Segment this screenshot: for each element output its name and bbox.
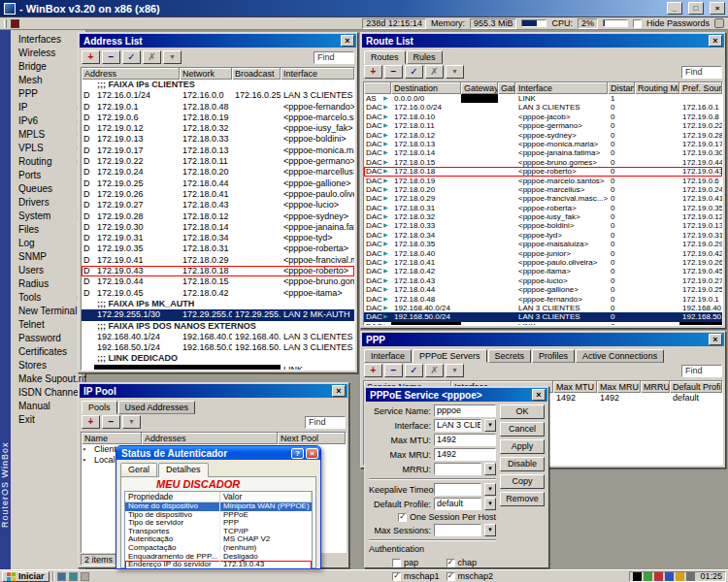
route-row[interactable]: DAC ▶ 172.18.0.32 <pppoe-iusy_fak> 0 172… bbox=[364, 212, 722, 221]
disable-button[interactable]: ✗ bbox=[425, 65, 444, 79]
address-list-titlebar[interactable]: Address List × bbox=[80, 34, 356, 48]
column-header-pref-source[interactable]: Pref. Source bbox=[679, 82, 722, 94]
close-icon[interactable]: × bbox=[709, 35, 722, 47]
auth-checkbox[interactable] bbox=[447, 559, 455, 567]
route-row[interactable]: DAC ▶ 172.18.0.31 <pppoe-roberta> 0 172.… bbox=[364, 204, 722, 212]
find-button[interactable]: Find bbox=[681, 365, 722, 377]
dropdown-arrow-icon[interactable]: ▼ bbox=[484, 463, 496, 475]
address-row[interactable]: D 172.19.0.43 172.18.0.18 <pppoe-roberto… bbox=[82, 266, 354, 276]
toolbar-grip[interactable] bbox=[4, 19, 7, 28]
sidebar-item[interactable]: Manual ▸ bbox=[11, 400, 85, 413]
property-row[interactable]: Compactação (nenhum) bbox=[125, 544, 312, 553]
dialog-button[interactable]: Copy bbox=[500, 474, 545, 489]
address-row[interactable]: LINK bbox=[82, 365, 354, 370]
close-button[interactable]: × bbox=[710, 2, 725, 15]
sidebar-item[interactable]: Files ▸ bbox=[11, 223, 85, 237]
column-header-addresses[interactable]: Addresses bbox=[142, 433, 278, 444]
auth-checkbox[interactable] bbox=[392, 572, 401, 581]
tray-icon[interactable] bbox=[654, 572, 663, 581]
dropdown-arrow-icon[interactable]: ▼ bbox=[484, 419, 496, 432]
route-row[interactable]: DAC ▶ LINK 0 bbox=[364, 322, 722, 325]
column-header-mrru[interactable]: MRRU bbox=[641, 381, 670, 393]
column-header-propriedade[interactable]: Propriedade bbox=[125, 492, 220, 502]
route-row[interactable]: DAC ▶ 172.18.0.41 <pppoe-paulo.oliveira>… bbox=[364, 258, 722, 267]
column-header-broadcast[interactable]: Broadcast bbox=[232, 68, 281, 80]
sidebar-item[interactable]: Drivers ▸ bbox=[11, 196, 85, 210]
route-row[interactable]: DAC ▶ 172.18.0.19 <pppoe-marcelo.santos>… bbox=[364, 177, 722, 185]
column-header-gat[interactable]: Gat... bbox=[498, 82, 515, 94]
filter-icon[interactable]: ▼ bbox=[446, 364, 464, 377]
tab[interactable]: Active Connections bbox=[576, 349, 664, 363]
close-icon[interactable]: × bbox=[341, 35, 354, 47]
route-row[interactable]: DAC ▶ 172.18.0.42 <pppoe-itama> 0 172.19… bbox=[364, 267, 722, 275]
dialog-button[interactable]: OK bbox=[500, 404, 545, 419]
tab[interactable]: Interface bbox=[364, 349, 412, 363]
max-mru-field[interactable]: 1492 bbox=[434, 448, 496, 461]
address-row[interactable]: D 172.19.0.31 172.18.0.34 <pppoe-tyd> bbox=[82, 233, 354, 243]
tab[interactable]: PPPoE Servers bbox=[413, 349, 487, 363]
disable-button[interactable]: ✗ bbox=[425, 364, 444, 377]
column-header-interface[interactable]: Interface bbox=[281, 68, 354, 80]
route-row[interactable]: DAC ▶ 172.18.0.29 <pppoe-francival.masc.… bbox=[364, 194, 722, 203]
sidebar-item[interactable]: Ports ▸ bbox=[11, 169, 85, 182]
route-row[interactable]: DAC ▶ 172.18.0.40 <pppoe-junior> 0 172.1… bbox=[364, 249, 722, 258]
hide-passwords-checkbox[interactable] bbox=[633, 19, 642, 28]
route-row[interactable]: DAC ▶ 172.18.0.33 <pppoe-boldini> 0 172.… bbox=[364, 221, 722, 230]
minimize-button[interactable]: _ bbox=[667, 2, 682, 15]
max-mtu-field[interactable]: 1492 bbox=[434, 434, 496, 446]
sidebar-item[interactable]: Log ▸ bbox=[11, 237, 85, 250]
property-row[interactable]: Transportes TCP/IP bbox=[125, 528, 312, 536]
route-row[interactable]: DAC ▶ 172.18.0.18 <pppoe-roberto> 0 172.… bbox=[364, 167, 722, 176]
sidebar-item[interactable]: Make Supout.rif ▸ bbox=[11, 372, 85, 386]
sidebar-item[interactable]: IPv6 ▸ bbox=[11, 114, 85, 128]
sidebar-item[interactable]: Telnet ▸ bbox=[11, 318, 85, 332]
column-header-routing-mark[interactable]: Routing Mark bbox=[635, 82, 679, 94]
property-row[interactable]: Nome do dispositivo Miniporta WAN (PPPOE… bbox=[125, 502, 312, 511]
address-row[interactable]: D 172.19.0.26 172.18.0.41 <pppoe-paulo.o… bbox=[82, 189, 354, 200]
dialog-button[interactable]: Remove bbox=[500, 492, 545, 506]
taskbar-clock[interactable]: 01:25 bbox=[697, 571, 722, 581]
sidebar-item[interactable]: Password ▸ bbox=[11, 332, 85, 345]
tab[interactable]: Pools bbox=[82, 401, 117, 414]
column-header-gateway[interactable]: Gateway bbox=[461, 82, 498, 94]
column-header-max-mtu[interactable]: Max MTU bbox=[553, 381, 597, 393]
quicklaunch-icon[interactable] bbox=[81, 572, 89, 581]
tray-icon[interactable] bbox=[665, 572, 674, 581]
xp-titlebar[interactable]: Status de Autenticador ? × bbox=[116, 446, 320, 460]
sidebar-item[interactable]: New Terminal ▸ bbox=[11, 305, 85, 318]
column-header-network[interactable]: Network bbox=[180, 68, 232, 80]
property-row[interactable]: Tipo de dispositivo PPPoE bbox=[125, 511, 312, 520]
address-row[interactable]: 192.168.40.1/24 192.168.40.0 192.168.40.… bbox=[82, 332, 354, 342]
sidebar-item[interactable]: Mesh ▸ bbox=[11, 74, 85, 87]
interface-select[interactable]: LAN 3 CLIENTES bbox=[434, 419, 481, 432]
tray-icon[interactable] bbox=[686, 572, 695, 581]
column-header-max-mru[interactable]: Max MRU bbox=[597, 381, 641, 393]
address-row[interactable]: D 172.19.0.41 172.18.0.29 <pppoe-franciv… bbox=[82, 255, 354, 266]
quicklaunch-icon[interactable] bbox=[57, 572, 66, 581]
remove-button[interactable]: − bbox=[102, 50, 120, 64]
one-session-checkbox[interactable] bbox=[398, 513, 407, 522]
address-row[interactable]: ;;; FAIXA IPS DOS NANOS EXTERNOS bbox=[82, 321, 354, 332]
ip-pool-titlebar[interactable]: IP Pool × bbox=[80, 384, 347, 398]
service-name-field[interactable]: pppoe bbox=[434, 404, 496, 417]
address-row[interactable]: ;;; FAIXA IPs CLIENTES bbox=[82, 80, 354, 90]
address-row[interactable]: D 172.19.0.44 172.18.0.15 <pppoe-bruno.g… bbox=[82, 276, 354, 287]
sidebar-item[interactable]: Users ▸ bbox=[11, 264, 85, 277]
address-row[interactable]: ;;; LINK DEDICADO bbox=[82, 353, 354, 364]
tab[interactable]: Rules bbox=[407, 50, 443, 64]
address-row[interactable]: D 172.19.0.35 172.18.0.31 <pppoe-roberta… bbox=[82, 243, 354, 254]
route-row[interactable]: DAC ▶ 172.18.0.44 <pppoe-gallione> 0 172… bbox=[364, 285, 722, 294]
find-button[interactable]: Find bbox=[681, 66, 722, 79]
sidebar-item[interactable]: Routing ▸ bbox=[11, 155, 85, 169]
sidebar-item[interactable]: IP ▸ bbox=[11, 101, 85, 114]
address-row[interactable]: D 172.19.0.30 172.18.0.14 <pppoe-janaina… bbox=[82, 222, 354, 233]
sidebar-item[interactable]: Interfaces ▸ bbox=[11, 33, 85, 47]
property-row[interactable]: Enquadramento de PPP... Desligado bbox=[125, 553, 312, 562]
address-row[interactable]: D 172.16.0.1/24 172.16.0.0 172.16.0.255 … bbox=[82, 90, 354, 101]
mrru-field[interactable] bbox=[434, 463, 481, 475]
tab[interactable]: Used Addresses bbox=[118, 401, 196, 414]
route-row[interactable]: DAC ▶ 172.18.0.15 <pppoe-bruno.gomes> 0 … bbox=[364, 158, 722, 167]
sidebar-item[interactable]: Certificates ▸ bbox=[11, 345, 85, 359]
tray-icon[interactable] bbox=[644, 572, 652, 581]
route-list-titlebar[interactable]: Route List × bbox=[362, 34, 724, 48]
